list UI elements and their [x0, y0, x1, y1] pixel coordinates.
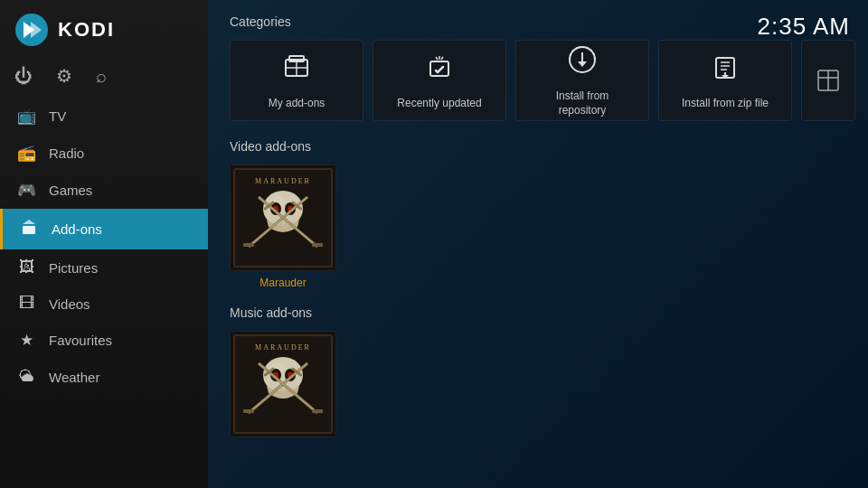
music-addons-row: MARAUDER [230, 331, 846, 437]
install-from-zip-icon [709, 51, 741, 89]
games-icon: 🎮 [16, 181, 36, 200]
tv-icon: 📺 [16, 107, 36, 126]
kodi-logo-icon [14, 13, 49, 47]
video-addons-row: MARAUDER [230, 164, 846, 289]
addon-marauder-music[interactable]: MARAUDER [230, 331, 336, 437]
addon-marauder-video-label: Marauder [259, 277, 306, 289]
category-my-addons[interactable]: My add-ons [230, 40, 363, 121]
install-from-repo-label: Install fromrepository [556, 89, 609, 117]
category-partial[interactable] [801, 40, 855, 121]
svg-text:MARAUDER: MARAUDER [255, 177, 311, 185]
sidebar-item-videos-label: Videos [49, 296, 90, 312]
video-addons-section: Video add-ons MARAUDER [230, 139, 846, 289]
sidebar-item-radio-label: Radio [49, 145, 84, 161]
addons-icon [19, 218, 39, 240]
sidebar: KODI ⏻ ⚙ ⌕ 📺 TV 📻 Radio 🎮 Games [0, 0, 208, 488]
sidebar-item-videos[interactable]: 🎞 Videos [0, 286, 208, 322]
radio-icon: 📻 [16, 144, 36, 163]
main-content: 2:35 AM Categories My add-ons [208, 0, 868, 488]
sidebar-item-games-label: Games [49, 183, 92, 198]
search-icon[interactable]: ⌕ [96, 66, 107, 87]
svg-line-12 [436, 57, 438, 60]
recently-updated-icon [423, 51, 456, 89]
addon-marauder-video-thumb: MARAUDER [230, 164, 336, 271]
category-install-from-zip[interactable]: Install from zip file [658, 40, 792, 121]
svg-rect-3 [23, 226, 35, 234]
svg-rect-9 [430, 61, 448, 76]
categories-section: Categories My add-ons [230, 14, 846, 121]
power-icon[interactable]: ⏻ [14, 66, 33, 87]
sidebar-item-favourites[interactable]: ★ Favourites [0, 322, 208, 359]
weather-icon: 🌥 [16, 368, 36, 386]
install-from-repo-icon [566, 43, 599, 82]
sidebar-item-addons-label: Add-ons [52, 221, 102, 237]
nav-menu: 📺 TV 📻 Radio 🎮 Games Add-ons 🖼 Pictures [0, 98, 208, 488]
svg-rect-41 [243, 243, 254, 247]
my-addons-icon [280, 51, 313, 89]
sidebar-item-weather-label: Weather [49, 370, 99, 385]
svg-rect-42 [312, 243, 323, 247]
favourites-icon: ★ [16, 331, 36, 350]
sidebar-item-addons[interactable]: Add-ons [0, 209, 208, 249]
sidebar-header: KODI [0, 0, 208, 60]
time-display: 2:35 AM [758, 13, 850, 41]
sidebar-item-pictures[interactable]: 🖼 Pictures [0, 249, 208, 286]
sidebar-item-tv-label: TV [49, 108, 66, 124]
pictures-icon: 🖼 [16, 258, 36, 277]
sidebar-item-favourites-label: Favourites [49, 333, 112, 348]
svg-rect-64 [312, 409, 323, 413]
addon-marauder-video[interactable]: MARAUDER [230, 164, 336, 289]
music-addons-section: Music add-ons MARAUDER [230, 305, 846, 437]
category-recently-updated[interactable]: Recently updated [373, 40, 506, 121]
install-from-zip-label: Install from zip file [682, 97, 769, 111]
settings-icon[interactable]: ⚙ [56, 65, 72, 87]
svg-line-11 [441, 57, 443, 60]
svg-text:MARAUDER: MARAUDER [255, 343, 311, 352]
sidebar-item-pictures-label: Pictures [49, 260, 98, 276]
app-title: KODI [58, 18, 115, 42]
sidebar-item-games[interactable]: 🎮 Games [0, 172, 208, 209]
category-install-from-repo[interactable]: Install fromrepository [515, 40, 649, 121]
music-addons-label: Music add-ons [230, 305, 846, 320]
sidebar-item-radio[interactable]: 📻 Radio [0, 135, 208, 172]
svg-rect-63 [243, 409, 254, 413]
categories-row: My add-ons Recently updated [230, 40, 846, 121]
sidebar-item-tv[interactable]: 📺 TV [0, 98, 208, 135]
sidebar-item-weather[interactable]: 🌥 Weather [0, 359, 208, 395]
video-addons-label: Video add-ons [230, 139, 846, 154]
categories-label: Categories [230, 14, 846, 29]
my-addons-label: My add-ons [269, 97, 326, 111]
videos-icon: 🎞 [16, 295, 36, 313]
addon-marauder-music-thumb: MARAUDER [230, 331, 336, 437]
sidebar-controls: ⏻ ⚙ ⌕ [0, 60, 208, 98]
svg-marker-4 [23, 220, 35, 224]
recently-updated-label: Recently updated [397, 97, 481, 111]
